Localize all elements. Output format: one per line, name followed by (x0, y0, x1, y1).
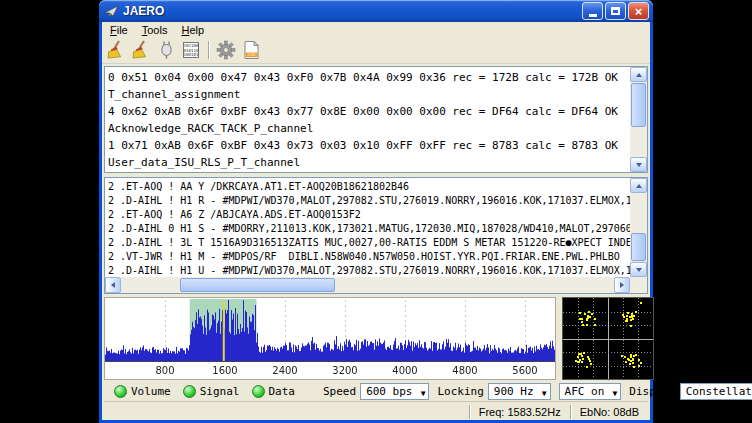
jaero-window: JAERO × File Tools Help (99, 0, 653, 423)
constellation-canvas (563, 298, 653, 379)
maximize-button[interactable] (605, 2, 626, 20)
screenshot-root: { "window": { "title": "JAERO" }, "menu"… (0, 0, 752, 423)
scroll-right-button[interactable] (614, 277, 630, 293)
display-label: Display (629, 385, 675, 398)
signal-displays (104, 297, 648, 380)
spectrum-display[interactable] (104, 297, 556, 380)
arrow-up-icon (636, 184, 642, 188)
data-label: Data (269, 385, 296, 398)
speed-label: Speed (323, 385, 356, 398)
scroll-thumb[interactable] (631, 83, 646, 127)
scroll-track[interactable] (630, 82, 647, 157)
log-line: 2 .D-AIHL ! H1 R - #MDPWI/WD370,MALOT,29… (108, 194, 630, 208)
scroll-down-button[interactable] (630, 157, 647, 172)
clear-console-button[interactable] (105, 39, 127, 61)
svg-text:100101: 100101 (183, 52, 199, 57)
data-led-icon (252, 385, 265, 398)
locking-label: Locking (437, 385, 483, 398)
scroll-down-button[interactable] (630, 262, 647, 277)
log-line: 2 .VT-JWR ! H1 M - #MDPOS/RF DIBLI.N58W0… (108, 250, 630, 264)
close-button[interactable]: × (628, 2, 649, 20)
broom-icon (131, 40, 151, 60)
message-horizontal-scrollbar[interactable] (105, 277, 630, 293)
logging-button[interactable]: LOG (240, 39, 262, 61)
message-output-box[interactable]: 2 .ET-AOQ ! AA Y /DKRCAYA.AT1.ET-AOQ20B1… (104, 177, 648, 294)
log-line: 2 .ET-AOQ ! A6 Z /ABJCAYA.ADS.ET-AOQ0153… (108, 208, 630, 222)
message-vertical-scrollbar[interactable] (630, 178, 647, 277)
log-line: 0 0x51 0x04 0x00 0x47 0x43 0xF0 0x7B 0x4… (108, 69, 630, 86)
arrow-right-icon (620, 282, 624, 288)
binary-icon: 101100 010110 100101 (181, 40, 201, 60)
minimize-icon (589, 14, 597, 17)
status-frequency: Freq: 1583.52Hz (469, 405, 570, 419)
scroll-thumb[interactable] (631, 233, 646, 261)
menubar: File Tools Help (102, 22, 650, 37)
decoder-output-box[interactable]: 0 0x51 0x04 0x00 0x47 0x43 0xF0 0x7B 0x4… (104, 66, 648, 173)
decoder-log: 0 0x51 0x04 0x00 0x47 0x43 0xF0 0x7B 0x4… (105, 67, 630, 172)
signal-label: Signal (200, 385, 240, 398)
scroll-up-button[interactable] (630, 67, 647, 82)
maximize-icon (611, 7, 620, 15)
locking-select[interactable]: 900 Hz (488, 383, 551, 400)
display-select[interactable]: Constellation (680, 383, 752, 400)
signal-indicator: Signal (183, 385, 240, 398)
app-icon (103, 4, 119, 18)
log-document-icon: LOG (241, 40, 261, 60)
status-bar: Freq: 1583.52Hz EbNo: 08dB (104, 401, 648, 422)
window-controls: × (582, 2, 649, 20)
log-line: Acknowledge_RACK_TACK_P_channel (108, 120, 630, 137)
broom-icon (106, 40, 126, 60)
menu-tools[interactable]: Tools (135, 24, 175, 36)
log-line: 2 .D-AIHL ! 3L T 1516A9D316513ZATIS MUC,… (108, 236, 630, 250)
menu-help[interactable]: Help (174, 24, 211, 36)
afc-select[interactable]: AFC on (559, 383, 622, 400)
arrow-down-icon (636, 163, 642, 167)
scroll-track[interactable] (630, 193, 647, 262)
scroll-thumb[interactable] (180, 278, 335, 292)
log-line: User_data_ISU_RLS_P_T_channel (108, 154, 630, 171)
scroll-up-button[interactable] (630, 178, 647, 193)
connect-button[interactable] (155, 39, 177, 61)
log-line: 2 .ET-AOQ ! AA Y /DKRCAYA.AT1.ET-AOQ20B1… (108, 180, 630, 194)
toolbar-separator (208, 41, 209, 59)
clear-messages-button[interactable] (130, 39, 152, 61)
control-bar: Volume Signal Data Speed 600 bps Locking… (104, 381, 648, 401)
log-line: 2 .D-AIHL ! H1 U - #MDPWI/WD370,MALOT,29… (108, 264, 630, 277)
arrow-left-icon (111, 282, 115, 288)
plug-icon (156, 40, 176, 60)
log-line: 1 0x71 0xAB 0x6F 0xBF 0x43 0x73 0x03 0x1… (108, 137, 630, 154)
data-indicator: Data (252, 385, 296, 398)
status-ebno: EbNo: 08dB (570, 405, 648, 419)
desktop-letterbox: JAERO × File Tools Help (0, 0, 752, 423)
scroll-left-button[interactable] (105, 277, 121, 293)
arrow-down-icon (636, 268, 642, 272)
log-line: 2 .D-AIHL 0 H1 S - #MDORRY,211013.KOK,17… (108, 222, 630, 236)
minimize-button[interactable] (582, 2, 603, 20)
log-line: 4 0x62 0xAB 0x6F 0xBF 0x43 0x77 0x8E 0x0… (108, 103, 630, 120)
titlebar[interactable]: JAERO × (99, 0, 653, 22)
volume-led-icon (114, 385, 127, 398)
raw-bits-button[interactable]: 101100 010110 100101 (180, 39, 202, 61)
svg-text:LOG: LOG (248, 53, 256, 57)
log-line: T_channel_assignment (108, 86, 630, 103)
speed-select[interactable]: 600 bps (360, 383, 429, 400)
settings-button[interactable] (215, 39, 237, 61)
toolbar: 101100 010110 100101 (102, 37, 650, 64)
gear-icon (216, 40, 236, 60)
scrollbar-corner (630, 277, 647, 293)
volume-indicator: Volume (114, 385, 171, 398)
spectrum-canvas[interactable] (105, 298, 555, 379)
constellation-display (562, 297, 654, 380)
volume-label: Volume (131, 385, 171, 398)
decoder-vertical-scrollbar[interactable] (630, 67, 647, 172)
client-area: 0 0x51 0x04 0x00 0x47 0x43 0xF0 0x7B 0x4… (102, 64, 650, 422)
arrow-up-icon (636, 73, 642, 77)
window-frame: File Tools Help (99, 22, 653, 423)
window-title: JAERO (123, 4, 582, 18)
scroll-track[interactable] (121, 277, 614, 293)
menu-file[interactable]: File (103, 24, 135, 36)
message-log: 2 .ET-AOQ ! AA Y /DKRCAYA.AT1.ET-AOQ20B1… (105, 178, 630, 277)
signal-led-icon (183, 385, 196, 398)
